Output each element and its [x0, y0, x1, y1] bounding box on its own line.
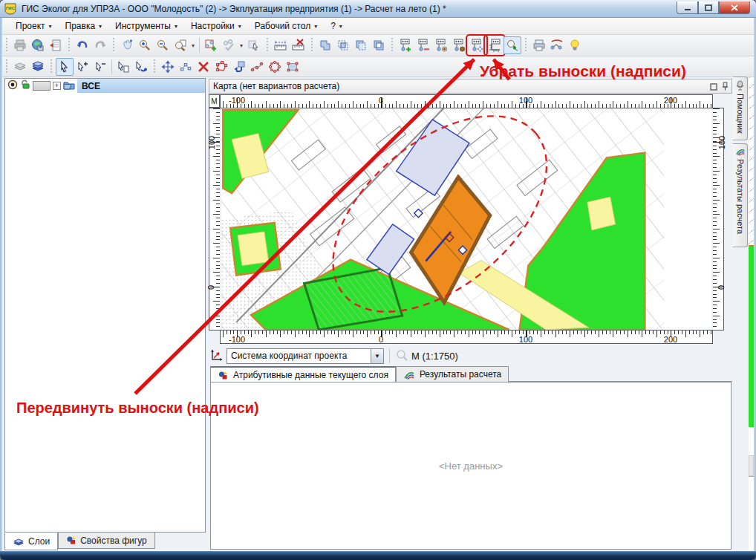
- select-figure-icon[interactable]: [56, 58, 74, 76]
- app-icon: ГИС: [4, 3, 17, 15]
- apply-figures-dropdown[interactable]: ▾: [238, 36, 245, 54]
- tab-layers[interactable]: Слои: [4, 533, 58, 550]
- tab-assistant[interactable]: Помощник: [733, 76, 748, 140]
- window-frame-left: [0, 18, 2, 551]
- zoom-calc-results-icon[interactable]: [504, 36, 521, 54]
- lock-open-icon[interactable]: [20, 79, 30, 92]
- callout-move-icon[interactable]: [468, 36, 486, 54]
- close-button[interactable]: [719, 1, 750, 14]
- redo-icon[interactable]: [91, 36, 109, 54]
- crs-combobox[interactable]: Система координат проекта ▼: [227, 348, 384, 364]
- toolbar-grip[interactable]: [4, 59, 9, 74]
- edit-polyline-icon[interactable]: [248, 58, 266, 76]
- profile-chart-icon[interactable]: [548, 36, 566, 54]
- report-icon[interactable]: [47, 36, 65, 54]
- coordinate-axes-icon[interactable]: [210, 348, 224, 364]
- crs-combobox-dropdown[interactable]: ▼: [371, 349, 383, 363]
- menu-tools[interactable]: Инструменты▾: [109, 19, 183, 33]
- merge-figures-icon[interactable]: [316, 36, 334, 54]
- layer-color-swatch[interactable]: [33, 81, 50, 91]
- chevron-down-icon: ▾: [238, 23, 241, 30]
- zoom-extent-dropdown[interactable]: ▾: [189, 36, 197, 54]
- callout-add-icon[interactable]: [397, 36, 414, 54]
- measure-clear-icon[interactable]: [290, 36, 307, 54]
- save-map-icon[interactable]: [29, 36, 47, 54]
- chevron-down-icon: ▾: [314, 23, 317, 30]
- apply-figures-icon[interactable]: [220, 36, 238, 54]
- zoom-out-icon[interactable]: [154, 36, 172, 54]
- left-panel-tabs: Слои Свойства фигур: [4, 533, 206, 551]
- toolbar-grip[interactable]: [310, 38, 314, 53]
- menu-help[interactable]: ?▾: [325, 19, 348, 33]
- menu-bar: Проект▾ Правка▾ Инструменты▾ Настройки▾ …: [2, 18, 754, 35]
- folder-icon: [63, 80, 75, 92]
- callout-fill-icon[interactable]: [450, 36, 468, 54]
- intersect-figures-icon[interactable]: [334, 36, 352, 54]
- callout-remove-icon[interactable]: [414, 36, 432, 54]
- maximize-button[interactable]: [698, 1, 719, 14]
- edit-ellipse-icon[interactable]: [266, 58, 284, 76]
- select-by-page-icon[interactable]: [114, 58, 132, 76]
- zoom-in-icon[interactable]: [136, 36, 154, 54]
- toolbar-grip[interactable]: [390, 38, 394, 53]
- svg-text:ГИС: ГИС: [6, 6, 16, 10]
- layer-root-label[interactable]: ВСЕ: [77, 79, 205, 93]
- layers-flat-icon[interactable]: [11, 58, 29, 76]
- move-nodes-icon[interactable]: [177, 58, 195, 76]
- maximize-panel-icon[interactable]: [710, 82, 717, 93]
- select-remove-icon[interactable]: [91, 58, 109, 76]
- layer-tree-root[interactable]: + ВСЕ: [5, 79, 205, 93]
- toolbar-grip[interactable]: [111, 38, 116, 53]
- select-add-icon[interactable]: [74, 58, 91, 76]
- measure-length-icon[interactable]: [272, 36, 290, 54]
- edit-rect-icon[interactable]: [284, 58, 302, 76]
- zoom-extent-icon[interactable]: [172, 36, 189, 54]
- menu-project[interactable]: Проект▾: [10, 19, 58, 33]
- select-by-layer-icon[interactable]: [132, 58, 150, 76]
- application-window: ГИС ГИС Эколог для УПРЗА - ООО "Молодост…: [0, 0, 756, 560]
- tab-calc-results-side[interactable]: Результаты расчета: [733, 143, 748, 247]
- ruler-unit-box: М: [209, 94, 220, 108]
- toolbar-grip[interactable]: [49, 59, 53, 74]
- move-figure-icon[interactable]: [159, 58, 177, 76]
- tree-expander-icon[interactable]: +: [53, 82, 61, 90]
- tab-figure-properties[interactable]: Свойства фигур: [58, 533, 155, 549]
- scale-magnifier-icon[interactable]: [395, 348, 408, 364]
- toolbar-grip[interactable]: [67, 38, 71, 53]
- tab-attribute-data[interactable]: Атрибутивные данные текущего слоя: [210, 366, 396, 382]
- toolbar-grip[interactable]: [265, 38, 270, 53]
- xor-figures-icon[interactable]: [370, 36, 388, 54]
- pick-figure-icon[interactable]: [245, 36, 263, 54]
- ruler-right: 100 0: [713, 108, 724, 331]
- undo-icon[interactable]: [74, 36, 91, 54]
- toolbar-main: ▾ ▾: [2, 35, 754, 56]
- print-preview-icon[interactable]: [11, 36, 29, 54]
- pan-map-icon[interactable]: [118, 36, 136, 54]
- toolbar-grip[interactable]: [524, 38, 528, 53]
- add-figure-icon[interactable]: [202, 36, 220, 54]
- menu-settings[interactable]: Настройки▾: [185, 19, 247, 33]
- layers-panel: + ВСЕ: [4, 78, 206, 533]
- toolbar-grip[interactable]: [152, 59, 157, 74]
- tab-calc-results[interactable]: Результаты расчета: [396, 366, 509, 382]
- annotation-remove-callouts: Убрать выноски (надписи): [480, 62, 686, 80]
- pin-icon[interactable]: [722, 82, 729, 93]
- subtract-figures-icon[interactable]: [352, 36, 370, 54]
- menu-edit[interactable]: Правка▾: [59, 19, 108, 33]
- callout-show-icon[interactable]: [432, 36, 450, 54]
- chevron-down-icon: ▾: [339, 23, 342, 30]
- menu-desktop[interactable]: Рабочий стол▾: [249, 19, 323, 33]
- window-title: ГИС Эколог для УПРЗА - ООО "Молодость" (…: [22, 4, 446, 14]
- move-to-layer-icon[interactable]: [230, 58, 248, 76]
- visibility-eye-icon[interactable]: [7, 79, 18, 92]
- callout-ruler-icon[interactable]: [486, 36, 504, 54]
- delete-figure-icon[interactable]: [195, 58, 212, 76]
- right-dock-tabs: Помощник Результаты расчета: [733, 76, 749, 247]
- toolbar-grip[interactable]: [4, 38, 9, 53]
- minimize-button[interactable]: [677, 1, 698, 14]
- layers-icon[interactable]: [29, 58, 47, 76]
- map-canvas[interactable]: [220, 108, 713, 331]
- tips-icon[interactable]: [566, 36, 584, 54]
- print-map-icon[interactable]: [530, 36, 548, 54]
- edit-nodes-icon[interactable]: [212, 58, 230, 76]
